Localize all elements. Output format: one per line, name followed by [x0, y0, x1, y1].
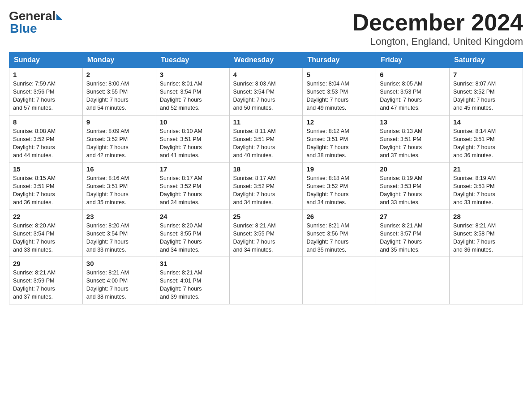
day-info: Sunrise: 8:07 AM Sunset: 3:52 PM Dayligh…	[453, 80, 519, 112]
calendar-cell: 24Sunrise: 8:20 AM Sunset: 3:55 PM Dayli…	[156, 210, 229, 257]
calendar-cell: 1Sunrise: 7:59 AM Sunset: 3:56 PM Daylig…	[9, 68, 83, 116]
calendar-cell: 31Sunrise: 8:21 AM Sunset: 4:01 PM Dayli…	[156, 257, 229, 304]
header-tuesday: Tuesday	[156, 52, 229, 68]
day-info: Sunrise: 8:20 AM Sunset: 3:54 PM Dayligh…	[13, 222, 79, 254]
day-number: 8	[13, 118, 79, 126]
calendar-cell: 18Sunrise: 8:17 AM Sunset: 3:52 PM Dayli…	[229, 163, 303, 210]
day-number: 12	[306, 118, 372, 126]
day-number: 16	[86, 165, 152, 173]
day-info: Sunrise: 8:17 AM Sunset: 3:52 PM Dayligh…	[160, 174, 226, 207]
calendar-week-row: 15Sunrise: 8:15 AM Sunset: 3:51 PM Dayli…	[9, 163, 523, 210]
day-number: 4	[233, 71, 299, 78]
calendar-cell: 7Sunrise: 8:07 AM Sunset: 3:52 PM Daylig…	[450, 68, 523, 116]
day-info: Sunrise: 7:59 AM Sunset: 3:56 PM Dayligh…	[13, 80, 79, 112]
day-info: Sunrise: 8:18 AM Sunset: 3:52 PM Dayligh…	[306, 174, 372, 207]
calendar-cell: 17Sunrise: 8:17 AM Sunset: 3:52 PM Dayli…	[156, 163, 229, 210]
day-number: 21	[453, 165, 519, 173]
day-info: Sunrise: 8:14 AM Sunset: 3:51 PM Dayligh…	[453, 127, 519, 160]
day-info: Sunrise: 8:08 AM Sunset: 3:52 PM Dayligh…	[13, 127, 79, 160]
calendar-cell: 27Sunrise: 8:21 AM Sunset: 3:57 PM Dayli…	[376, 210, 450, 257]
calendar-cell: 12Sunrise: 8:12 AM Sunset: 3:51 PM Dayli…	[303, 115, 376, 163]
day-info: Sunrise: 8:17 AM Sunset: 3:52 PM Dayligh…	[233, 174, 299, 207]
location-subtitle: Longton, England, United Kingdom	[352, 36, 523, 47]
calendar-cell: 20Sunrise: 8:19 AM Sunset: 3:53 PM Dayli…	[376, 163, 450, 210]
calendar-cell	[303, 257, 376, 304]
calendar-cell	[229, 257, 303, 304]
day-info: Sunrise: 8:13 AM Sunset: 3:51 PM Dayligh…	[380, 127, 446, 160]
day-info: Sunrise: 8:12 AM Sunset: 3:51 PM Dayligh…	[306, 127, 372, 160]
logo: General Blue	[9, 9, 63, 36]
calendar-cell: 15Sunrise: 8:15 AM Sunset: 3:51 PM Dayli…	[9, 163, 83, 210]
day-number: 29	[13, 260, 79, 267]
day-info: Sunrise: 8:20 AM Sunset: 3:54 PM Dayligh…	[86, 222, 152, 254]
calendar-cell	[376, 257, 450, 304]
calendar-week-row: 29Sunrise: 8:21 AM Sunset: 3:59 PM Dayli…	[9, 257, 523, 304]
calendar-cell: 5Sunrise: 8:04 AM Sunset: 3:53 PM Daylig…	[303, 68, 376, 116]
calendar-cell: 28Sunrise: 8:21 AM Sunset: 3:58 PM Dayli…	[450, 210, 523, 257]
day-number: 22	[13, 213, 79, 220]
calendar-cell	[450, 257, 523, 304]
day-number: 23	[86, 213, 152, 220]
calendar-cell: 8Sunrise: 8:08 AM Sunset: 3:52 PM Daylig…	[9, 115, 83, 163]
day-info: Sunrise: 8:20 AM Sunset: 3:55 PM Dayligh…	[160, 222, 226, 254]
day-info: Sunrise: 8:21 AM Sunset: 4:00 PM Dayligh…	[86, 269, 152, 301]
page-header: General Blue December 2024 Longton, Engl…	[9, 9, 523, 47]
day-number: 24	[160, 213, 226, 220]
calendar-cell: 9Sunrise: 8:09 AM Sunset: 3:52 PM Daylig…	[82, 115, 156, 163]
calendar-cell: 11Sunrise: 8:11 AM Sunset: 3:51 PM Dayli…	[229, 115, 303, 163]
day-info: Sunrise: 8:21 AM Sunset: 3:58 PM Dayligh…	[453, 222, 519, 254]
day-number: 11	[233, 118, 299, 126]
calendar-cell: 23Sunrise: 8:20 AM Sunset: 3:54 PM Dayli…	[82, 210, 156, 257]
day-info: Sunrise: 8:10 AM Sunset: 3:51 PM Dayligh…	[160, 127, 226, 160]
calendar-cell: 30Sunrise: 8:21 AM Sunset: 4:00 PM Dayli…	[82, 257, 156, 304]
day-number: 7	[453, 71, 519, 78]
day-number: 5	[306, 71, 372, 78]
day-number: 28	[453, 213, 519, 220]
calendar-cell: 22Sunrise: 8:20 AM Sunset: 3:54 PM Dayli…	[9, 210, 83, 257]
day-number: 10	[160, 118, 226, 126]
day-number: 26	[306, 213, 372, 220]
day-info: Sunrise: 8:21 AM Sunset: 4:01 PM Dayligh…	[160, 269, 226, 301]
day-info: Sunrise: 8:16 AM Sunset: 3:51 PM Dayligh…	[86, 174, 152, 207]
day-number: 6	[380, 71, 446, 78]
day-info: Sunrise: 8:21 AM Sunset: 3:55 PM Dayligh…	[233, 222, 299, 254]
day-info: Sunrise: 8:19 AM Sunset: 3:53 PM Dayligh…	[453, 174, 519, 207]
day-number: 17	[160, 165, 226, 173]
day-number: 31	[160, 260, 226, 267]
day-number: 18	[233, 165, 299, 173]
day-number: 9	[86, 118, 152, 126]
day-info: Sunrise: 8:05 AM Sunset: 3:53 PM Dayligh…	[380, 80, 446, 112]
day-info: Sunrise: 8:04 AM Sunset: 3:53 PM Dayligh…	[306, 80, 372, 112]
calendar-cell: 26Sunrise: 8:21 AM Sunset: 3:56 PM Dayli…	[303, 210, 376, 257]
calendar-table: SundayMondayTuesdayWednesdayThursdayFrid…	[9, 52, 523, 304]
calendar-header-row: SundayMondayTuesdayWednesdayThursdayFrid…	[9, 52, 523, 68]
day-info: Sunrise: 8:21 AM Sunset: 3:59 PM Dayligh…	[13, 269, 79, 301]
header-sunday: Sunday	[9, 52, 83, 68]
header-friday: Friday	[376, 52, 450, 68]
day-info: Sunrise: 8:00 AM Sunset: 3:55 PM Dayligh…	[86, 80, 152, 112]
calendar-cell: 14Sunrise: 8:14 AM Sunset: 3:51 PM Dayli…	[450, 115, 523, 163]
day-number: 1	[13, 71, 79, 78]
logo-blue-text: Blue	[10, 21, 37, 36]
calendar-week-row: 22Sunrise: 8:20 AM Sunset: 3:54 PM Dayli…	[9, 210, 523, 257]
calendar-cell: 2Sunrise: 8:00 AM Sunset: 3:55 PM Daylig…	[82, 68, 156, 116]
day-number: 13	[380, 118, 446, 126]
day-number: 2	[86, 71, 152, 78]
calendar-week-row: 8Sunrise: 8:08 AM Sunset: 3:52 PM Daylig…	[9, 115, 523, 163]
calendar-cell: 10Sunrise: 8:10 AM Sunset: 3:51 PM Dayli…	[156, 115, 229, 163]
calendar-cell: 4Sunrise: 8:03 AM Sunset: 3:54 PM Daylig…	[229, 68, 303, 116]
day-info: Sunrise: 8:01 AM Sunset: 3:54 PM Dayligh…	[160, 80, 226, 112]
calendar-week-row: 1Sunrise: 7:59 AM Sunset: 3:56 PM Daylig…	[9, 68, 523, 116]
calendar-cell: 19Sunrise: 8:18 AM Sunset: 3:52 PM Dayli…	[303, 163, 376, 210]
day-number: 27	[380, 213, 446, 220]
day-number: 15	[13, 165, 79, 173]
title-area: December 2024 Longton, England, United K…	[352, 9, 523, 47]
day-number: 30	[86, 260, 152, 267]
day-info: Sunrise: 8:15 AM Sunset: 3:51 PM Dayligh…	[13, 174, 79, 207]
month-title: December 2024	[352, 9, 523, 36]
day-info: Sunrise: 8:09 AM Sunset: 3:52 PM Dayligh…	[86, 127, 152, 160]
calendar-cell: 16Sunrise: 8:16 AM Sunset: 3:51 PM Dayli…	[82, 163, 156, 210]
header-wednesday: Wednesday	[229, 52, 303, 68]
calendar-cell: 29Sunrise: 8:21 AM Sunset: 3:59 PM Dayli…	[9, 257, 83, 304]
logo-arrow-icon	[56, 14, 63, 20]
